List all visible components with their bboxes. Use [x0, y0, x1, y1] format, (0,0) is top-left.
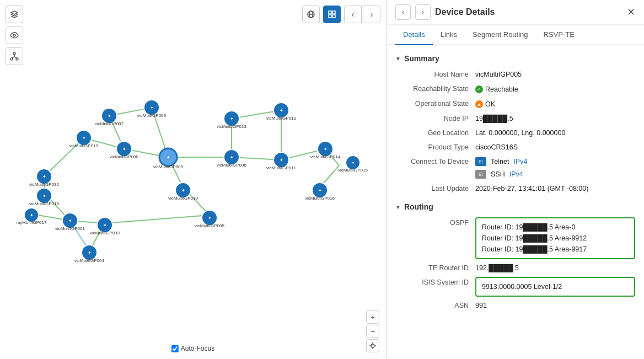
isis-label: ISIS System ID	[395, 277, 475, 288]
geo-location-label: Geo Location	[395, 127, 475, 138]
ssh-ipv4-link[interactable]: IPv4	[509, 169, 523, 180]
network-node[interactable]: ✦ vicMultiIGP006	[217, 149, 246, 168]
svg-line-13	[14, 57, 17, 58]
connect-value: ⊡ Telnet IPv4 ⊡ SSH IPv4	[475, 156, 635, 180]
connect-options: ⊡ Telnet IPv4 ⊡ SSH IPv4	[475, 156, 635, 180]
network-node[interactable]: ✦ vicMultiIGP033	[90, 217, 120, 235]
routing-section: ▼ Routing OSPF Router ID: 19█████.5 Area…	[387, 200, 644, 313]
device-details-panel: ‹ › Device Details ✕ Details Links Segme…	[386, 0, 644, 359]
svg-text:✦: ✦	[82, 136, 86, 141]
last-update-label: Last Update	[395, 183, 475, 194]
tab-links[interactable]: Links	[433, 25, 465, 45]
svg-text:vicMultiIGP001: vicMultiIGP001	[55, 226, 85, 231]
network-node[interactable]: ✦ vicMultiIGP010	[168, 183, 198, 201]
product-type-value: ciscoCRS16S	[475, 142, 635, 153]
zoom-in-button[interactable]: +	[366, 310, 379, 324]
svg-text:vicMultiIGP033: vicMultiIGP033	[90, 231, 120, 235]
svg-text:✦: ✦	[324, 147, 328, 152]
svg-text:✦: ✦	[108, 114, 111, 119]
auto-focus-label[interactable]: Auto-Focus	[171, 345, 214, 352]
panel-title: Device Details	[435, 7, 495, 17]
svg-line-12	[12, 57, 14, 58]
svg-text:vicMultiIGP011: vicMultiIGP011	[266, 165, 296, 170]
network-node-selected[interactable]: ✦ vicMultiIGP005	[153, 148, 183, 169]
link-line	[105, 215, 210, 223]
network-node[interactable]: ✦ vicMultiIGP016	[305, 183, 335, 201]
network-node[interactable]: ✦ vicMultiIGP032	[29, 169, 59, 187]
product-type-row: Product Type ciscoCRS16S	[387, 140, 644, 154]
network-node[interactable]: ✦ myMultiIGP017	[17, 208, 47, 225]
svg-point-7	[13, 34, 15, 36]
svg-text:vicMultIGP019: vicMultIGP019	[69, 143, 99, 148]
network-node[interactable]: ✦ vicMultIGP009	[137, 100, 167, 118]
network-node[interactable]: ✦ vicMultIGP019	[69, 130, 99, 148]
node-ip-value: 19█████.5	[475, 113, 635, 124]
close-button[interactable]: ✕	[627, 7, 635, 17]
last-update-row: Last Update 2020-Feb-27, 13:41:01 (GMT -…	[387, 181, 644, 196]
tab-details[interactable]: Details	[395, 25, 433, 45]
summary-section-header[interactable]: ▼ Summary	[387, 52, 644, 67]
svg-text:myMultiIGP017: myMultiIGP017	[17, 220, 47, 225]
svg-point-8	[13, 52, 15, 55]
network-node[interactable]: ✦ vicMultIGP007	[95, 108, 124, 126]
ssh-item: ⊡ SSH IPv4	[475, 169, 635, 180]
asn-row: ASN 991	[387, 298, 644, 313]
topology-button[interactable]	[323, 6, 341, 23]
nav-left-button[interactable]: ‹	[344, 6, 362, 23]
reachability-value: ✓ Reachable	[475, 83, 635, 95]
reachability-dot: ✓	[475, 85, 483, 93]
svg-text:vicMultiIGP005: vicMultiIGP005	[195, 223, 224, 228]
last-update-value: 2020-Feb-27, 13:41:01 (GMT -08:00)	[475, 183, 635, 194]
isis-row: ISIS System ID 9913.0000.0005 Level-1/2	[387, 275, 644, 298]
summary-title: Summary	[404, 54, 439, 63]
globe-button[interactable]	[302, 6, 320, 23]
svg-text:vicMultIGP009: vicMultIGP009	[137, 113, 167, 118]
network-node[interactable]: ✦ vicMultiIGP013	[217, 111, 246, 129]
svg-point-74	[371, 344, 374, 347]
crosshair-button[interactable]	[366, 339, 379, 352]
ssh-label: SSH	[491, 169, 505, 180]
tree-button[interactable]	[6, 47, 23, 65]
svg-text:vicMultIGP007: vicMultIGP007	[95, 121, 124, 126]
prev-device-button[interactable]: ‹	[395, 4, 411, 20]
layers-button[interactable]	[6, 6, 23, 23]
network-topology-panel: ‹ ›	[0, 0, 386, 359]
auto-focus-checkbox[interactable]	[171, 345, 179, 352]
summary-chevron: ▼	[395, 56, 401, 62]
svg-rect-6	[332, 15, 335, 18]
bottom-controls: Auto-Focus	[171, 345, 214, 352]
tab-rsvp-te[interactable]: RSVP-TE	[536, 25, 582, 45]
top-toolbar: ‹ ›	[302, 6, 380, 23]
routing-section-header[interactable]: ▼ Routing	[387, 200, 644, 216]
svg-text:vicMultiIGP014: vicMultiIGP014	[310, 154, 340, 159]
host-name-value: vicMultiIGP005	[475, 69, 635, 80]
next-device-button[interactable]: ›	[415, 4, 431, 20]
telnet-label: Telnet	[491, 156, 509, 167]
svg-text:✦: ✦	[230, 116, 234, 121]
nav-right-button[interactable]: ›	[363, 6, 380, 23]
svg-text:✦: ✦	[280, 158, 283, 163]
operational-dot: ▲	[475, 100, 483, 108]
eye-button[interactable]	[6, 26, 23, 44]
zoom-out-button[interactable]: −	[366, 325, 379, 338]
telnet-ipv4-link[interactable]: IPv4	[513, 156, 527, 167]
ospf-label: OSPF	[395, 217, 475, 228]
te-router-label: TE Router ID	[395, 262, 475, 274]
network-node[interactable]: ✦ vicMultiIGP014	[310, 141, 340, 159]
ospf-entry-0: Router ID: 19█████.5 Area-0	[482, 222, 629, 233]
network-node[interactable]: ✦ vicMultiIGP015	[338, 156, 368, 173]
operational-badge: ▲ OK	[475, 99, 495, 110]
svg-text:vicMultiIGP016: vicMultiIGP016	[305, 196, 335, 201]
svg-text:vicMultiIGP013: vicMultiIGP013	[217, 124, 246, 129]
network-node[interactable]: ✦ vicMultiIGP004	[74, 245, 104, 263]
reachability-label: Reachability State	[395, 83, 475, 94]
network-node[interactable]: ✦ vicMultiIGP005	[195, 210, 224, 228]
network-node[interactable]: ✦ vicMultiIGP018	[29, 188, 59, 206]
tab-segment-routing[interactable]: Segment Routing	[465, 25, 535, 45]
isis-box: 9913.0000.0005 Level-1/2	[475, 277, 635, 297]
asn-label: ASN	[395, 300, 475, 311]
svg-text:vicMultiIGP010: vicMultiIGP010	[168, 196, 198, 201]
details-content: ▼ Summary Host Name vicMultiIGP005 Reach…	[387, 45, 644, 359]
svg-point-10	[16, 58, 18, 60]
network-node[interactable]: ✦ vicMultiIGP011	[266, 152, 296, 170]
